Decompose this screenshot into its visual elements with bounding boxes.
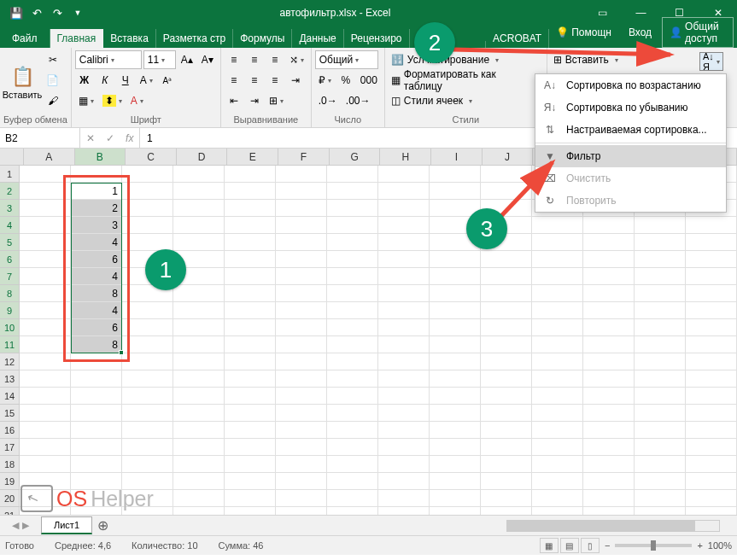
cell[interactable] <box>481 422 532 439</box>
cell[interactable] <box>71 353 122 370</box>
cell[interactable] <box>225 285 276 302</box>
cell[interactable] <box>173 217 225 234</box>
font-smallcaps-button[interactable]: Aᵃ <box>158 71 177 90</box>
cell[interactable] <box>686 353 737 370</box>
cell[interactable] <box>327 234 378 251</box>
cell[interactable] <box>225 370 276 388</box>
cell[interactable] <box>532 268 583 285</box>
cell[interactable] <box>583 285 635 302</box>
col-A[interactable]: A <box>24 149 75 165</box>
wrap-text-button[interactable]: ⇥ <box>286 71 305 90</box>
cell[interactable] <box>378 217 430 234</box>
cell[interactable] <box>276 251 327 268</box>
row-header[interactable]: 9 <box>0 302 20 319</box>
tab-file[interactable]: Файл <box>0 29 50 48</box>
cell[interactable] <box>20 166 71 183</box>
cell[interactable] <box>635 336 686 353</box>
sort-ascending-item[interactable]: A↓ Сортировка по возрастанию <box>535 74 726 96</box>
cell[interactable] <box>225 268 276 285</box>
cell[interactable] <box>430 166 481 183</box>
cell[interactable] <box>276 439 327 456</box>
cell[interactable] <box>276 490 327 507</box>
row-header[interactable]: 3 <box>0 200 20 217</box>
tab-acrobat[interactable]: ACROBAT <box>486 29 549 48</box>
cell[interactable] <box>225 336 276 353</box>
cell[interactable] <box>481 166 532 183</box>
cell[interactable] <box>276 336 327 353</box>
cell[interactable] <box>635 302 686 319</box>
insert-cells-button[interactable]: ⊞ Вставить ▾ <box>551 50 617 69</box>
cell[interactable] <box>173 473 225 490</box>
cell[interactable]: 4 <box>71 268 122 285</box>
cell-styles-button[interactable]: ◫ Стили ячеек ▾ <box>389 91 543 110</box>
cell[interactable] <box>327 370 378 388</box>
tab-formulas[interactable]: Формулы <box>233 29 292 48</box>
currency-button[interactable]: ₽▾ <box>315 71 335 90</box>
cell[interactable] <box>327 490 378 507</box>
sort-filter-button[interactable]: A↓Я▾ <box>699 52 723 71</box>
cell[interactable] <box>430 285 481 302</box>
cell[interactable] <box>225 217 276 234</box>
cell[interactable] <box>686 370 737 388</box>
cell[interactable] <box>378 336 430 353</box>
cell[interactable] <box>686 285 737 302</box>
row-header[interactable]: 18 <box>0 456 20 473</box>
col-I[interactable]: I <box>431 149 483 165</box>
cell[interactable] <box>481 353 532 370</box>
row-header[interactable]: 17 <box>0 439 20 456</box>
cell[interactable] <box>583 251 635 268</box>
cell[interactable] <box>378 456 430 473</box>
cell[interactable] <box>173 336 225 353</box>
cell[interactable] <box>532 217 583 234</box>
cell[interactable] <box>686 336 737 353</box>
cell[interactable] <box>225 200 276 217</box>
cell[interactable] <box>327 439 378 456</box>
cell[interactable] <box>635 456 686 473</box>
cell[interactable] <box>122 200 173 217</box>
cell[interactable] <box>122 166 173 183</box>
cell[interactable] <box>225 507 276 515</box>
save-icon[interactable]: 💾 <box>7 3 26 22</box>
row-header[interactable]: 10 <box>0 319 20 336</box>
cell[interactable] <box>686 422 737 439</box>
cell[interactable] <box>481 183 532 200</box>
cell[interactable] <box>686 405 737 422</box>
zoom-in-button[interactable]: + <box>697 540 702 551</box>
cell[interactable] <box>327 319 378 336</box>
filter-item[interactable]: ▼ Фильтр <box>535 145 726 167</box>
cell[interactable] <box>71 422 122 439</box>
cell[interactable] <box>173 166 225 183</box>
cell[interactable] <box>481 319 532 336</box>
cell[interactable] <box>327 251 378 268</box>
cell[interactable] <box>430 490 481 507</box>
custom-sort-item[interactable]: ⇅ Настраиваемая сортировка... <box>535 119 726 141</box>
cell[interactable] <box>122 319 173 336</box>
cell[interactable] <box>276 285 327 302</box>
cell[interactable] <box>122 439 173 456</box>
cell[interactable] <box>173 370 225 388</box>
row-header[interactable]: 12 <box>0 353 20 370</box>
cell[interactable] <box>276 234 327 251</box>
cell[interactable] <box>635 319 686 336</box>
cell[interactable] <box>532 370 583 388</box>
orientation-button[interactable]: ⤭▾ <box>286 50 307 69</box>
merge-button[interactable]: ⊞▾ <box>266 91 287 110</box>
cell[interactable] <box>430 302 481 319</box>
cell[interactable] <box>327 473 378 490</box>
cell[interactable] <box>225 422 276 439</box>
cell[interactable] <box>686 217 737 234</box>
cell[interactable] <box>378 302 430 319</box>
cell[interactable] <box>481 439 532 456</box>
cell[interactable] <box>430 353 481 370</box>
cell[interactable] <box>583 302 635 319</box>
increase-font-button[interactable]: A▴ <box>178 50 196 69</box>
format-as-table-button[interactable]: ▦ Форматировать как таблицу ▾ <box>389 71 543 90</box>
cell[interactable] <box>20 200 71 217</box>
cell[interactable] <box>378 439 430 456</box>
cell[interactable] <box>686 268 737 285</box>
cell[interactable] <box>583 439 635 456</box>
font-name-combo[interactable]: Calibri▾ <box>75 50 142 69</box>
cell[interactable] <box>583 456 635 473</box>
cell[interactable] <box>583 473 635 490</box>
cell[interactable] <box>173 388 225 405</box>
